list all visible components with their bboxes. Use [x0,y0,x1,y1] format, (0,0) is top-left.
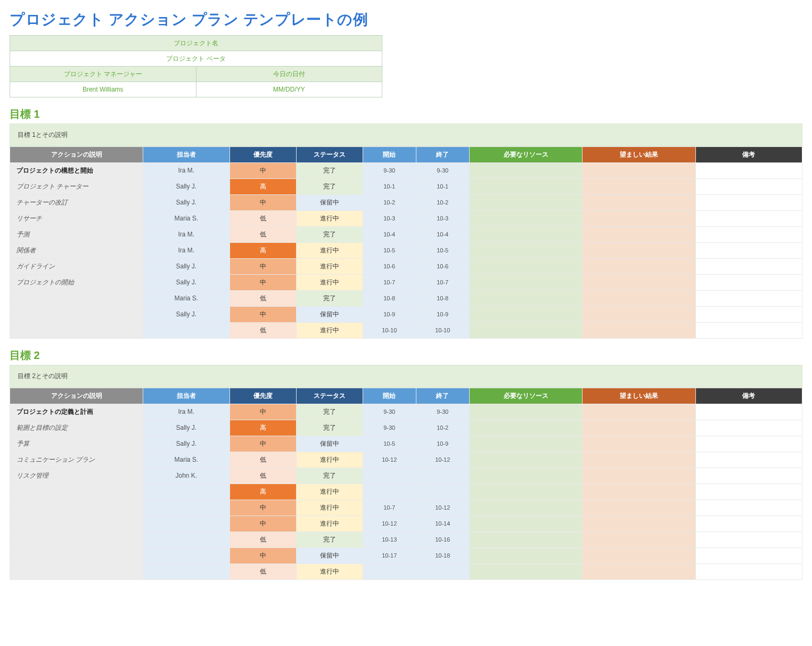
cell-action: ガイドライン [10,259,143,275]
cell-status: 進行中 [296,564,363,580]
table-row: 関係者Ira M.高進行中10-510-5 [10,243,802,259]
table-row: 低完了10-1310-16 [10,532,802,548]
grid-header: アクションの説明担当者優先度ステータス開始終了必要なリソース望ましい結果備考 [10,388,802,404]
cell-owner [143,548,230,564]
cell-priority: 高 [229,179,296,195]
cell-end: 10-7 [416,275,469,291]
meta-date-value: MM/DD/YY [196,82,382,97]
cell-end: 10-5 [416,243,469,259]
cell-status: 保留中 [296,436,363,452]
header-priority: 優先度 [229,388,296,404]
cell-action: コミュニケーション プラン [10,452,143,468]
cell-result [583,404,696,420]
cell-note [695,468,802,484]
cell-action: リスク管理 [10,468,143,484]
cell-owner [143,564,230,580]
cell-status: 進行中 [296,211,363,227]
cell-start [363,484,416,500]
cell-resource [469,468,583,484]
cell-action [10,307,143,323]
cell-end: 10-10 [416,323,469,339]
cell-start [363,468,416,484]
cell-status: 保留中 [296,195,363,211]
cell-action: 関係者 [10,243,143,259]
cell-end: 10-6 [416,259,469,275]
cell-note [695,275,802,291]
cell-action: リサーチ [10,211,143,227]
header-end: 終了 [416,388,469,404]
cell-resource [469,307,583,323]
cell-priority: 中 [229,436,296,452]
cell-result [583,468,696,484]
cell-status: 完了 [296,227,363,243]
cell-action [10,323,143,339]
cell-status: 完了 [296,532,363,548]
cell-result [583,179,696,195]
cell-resource [469,227,583,243]
cell-end: 10-12 [416,452,469,468]
table-row: チャーターの改訂Sally J.中保留中10-210-2 [10,195,802,211]
cell-action: プロジェクトの開始 [10,275,143,291]
cell-priority: 中 [229,259,296,275]
header-end: 終了 [416,147,469,163]
cell-result [583,420,696,436]
cell-start: 10-5 [363,243,416,259]
table-row: 低進行中 [10,564,802,580]
cell-note [695,452,802,468]
cell-result [583,307,696,323]
cell-action [10,548,143,564]
cell-owner [143,500,230,516]
cell-note [695,307,802,323]
header-result: 望ましい結果 [583,388,696,404]
header-note: 備考 [695,388,802,404]
cell-resource [469,195,583,211]
cell-resource [469,564,583,580]
action-grid: アクションの説明担当者優先度ステータス開始終了必要なリソース望ましい結果備考プロ… [10,146,802,339]
table-row: Sally J.中保留中10-910-9 [10,307,802,323]
cell-end: 10-2 [416,420,469,436]
table-row: コミュニケーション プランMaria S.低進行中10-1210-12 [10,452,802,468]
cell-action: 予算 [10,436,143,452]
cell-action [10,500,143,516]
cell-priority: 中 [229,275,296,291]
cell-start: 10-7 [363,500,416,516]
table-row: 中進行中10-710-12 [10,500,802,516]
cell-status: 完了 [296,291,363,307]
cell-start: 9-30 [363,163,416,179]
cell-start: 9-30 [363,404,416,420]
cell-end: 10-14 [416,516,469,532]
cell-resource [469,243,583,259]
table-row: 範囲と目標の設定Sally J.高完了9-3010-2 [10,420,802,436]
cell-result [583,484,696,500]
cell-note [695,404,802,420]
cell-result [583,291,696,307]
cell-end [416,468,469,484]
header-action: アクションの説明 [10,388,143,404]
cell-start: 10-1 [363,179,416,195]
cell-resource [469,404,583,420]
cell-owner: Ira M. [143,243,230,259]
cell-status: 進行中 [296,323,363,339]
cell-start: 10-4 [363,227,416,243]
cell-owner [143,516,230,532]
cell-owner: Ira M. [143,404,230,420]
table-row: 中保留中10-1710-18 [10,548,802,564]
cell-status: 完了 [296,468,363,484]
cell-action: 範囲と目標の設定 [10,420,143,436]
cell-start: 10-5 [363,436,416,452]
cell-note [695,420,802,436]
cell-owner: Maria S. [143,291,230,307]
cell-action [10,532,143,548]
table-row: 予測Ira M.低完了10-410-4 [10,227,802,243]
cell-result [583,163,696,179]
cell-resource [469,275,583,291]
cell-owner: Sally J. [143,420,230,436]
cell-priority: 中 [229,516,296,532]
cell-end [416,484,469,500]
cell-status: 完了 [296,163,363,179]
table-row: 中進行中10-1210-14 [10,516,802,532]
cell-owner: Maria S. [143,452,230,468]
table-row: プロジェクトの開始Sally J.中進行中10-710-7 [10,275,802,291]
goal-description: 目標 2とその説明 [10,365,802,388]
cell-status: 進行中 [296,243,363,259]
